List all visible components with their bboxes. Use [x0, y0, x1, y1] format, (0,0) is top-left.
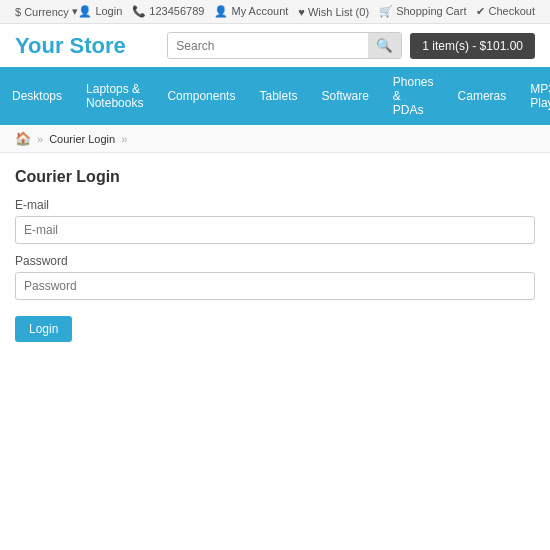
page-title: Courier Login	[15, 168, 535, 186]
top-bar: $ Currency ▾ 👤 Login 📞 123456789 👤 My Ac…	[0, 0, 550, 24]
password-group: Password	[15, 254, 535, 300]
login-link[interactable]: 👤 Login	[78, 5, 122, 18]
cart-icon: 🛒	[379, 5, 396, 17]
nav-item-laptops[interactable]: Laptops & Notebooks	[74, 74, 155, 118]
main-content: Courier Login E-mail Password Login	[0, 153, 550, 403]
breadcrumb-separator-2: »	[121, 133, 127, 145]
top-bar-right: 👤 Login 📞 123456789 👤 My Account ♥ Wish …	[78, 5, 535, 18]
account-icon: 👤	[214, 5, 231, 17]
cart-button[interactable]: 1 item(s) - $101.00	[410, 33, 535, 59]
phone-link[interactable]: 📞 123456789	[132, 5, 204, 18]
checkout-icon: ✔	[476, 5, 488, 17]
nav-item-mp3[interactable]: MP3 Players	[518, 74, 550, 118]
nav-bar: Desktops Laptops & Notebooks Components …	[0, 67, 550, 125]
login-button[interactable]: Login	[15, 316, 72, 342]
nav-item-software[interactable]: Software	[309, 81, 380, 111]
breadcrumb-current: Courier Login	[49, 133, 115, 145]
search-box: 🔍	[167, 32, 402, 59]
nav-item-components[interactable]: Components	[155, 81, 247, 111]
breadcrumb-home-link[interactable]: 🏠	[15, 131, 31, 146]
email-input[interactable]	[15, 216, 535, 244]
search-input[interactable]	[168, 34, 368, 58]
header: Your Store 🔍 1 item(s) - $101.00	[0, 24, 550, 67]
password-label: Password	[15, 254, 535, 268]
heart-icon: ♥	[298, 6, 308, 18]
email-label: E-mail	[15, 198, 535, 212]
top-bar-left: $ Currency ▾	[15, 5, 78, 18]
password-input[interactable]	[15, 272, 535, 300]
nav-item-phones[interactable]: Phones & PDAs	[381, 67, 446, 125]
currency-arrow-icon: ▾	[72, 5, 78, 18]
shopping-cart-link[interactable]: 🛒 Shopping Cart	[379, 5, 466, 18]
search-button[interactable]: 🔍	[368, 33, 401, 58]
checkout-link[interactable]: ✔ Checkout	[476, 5, 535, 18]
email-group: E-mail	[15, 198, 535, 244]
nav-item-tablets[interactable]: Tablets	[247, 81, 309, 111]
home-icon: 🏠	[15, 131, 31, 146]
breadcrumb-separator: »	[37, 133, 43, 145]
currency-label: $ Currency	[15, 6, 69, 18]
my-account-link[interactable]: 👤 My Account	[214, 5, 288, 18]
nav-item-desktops[interactable]: Desktops	[0, 81, 74, 111]
nav-item-cameras[interactable]: Cameras	[446, 81, 519, 111]
header-right: 🔍 1 item(s) - $101.00	[167, 32, 535, 59]
user-icon: 👤	[78, 5, 95, 17]
phone-icon: 📞	[132, 5, 149, 17]
currency-button[interactable]: $ Currency ▾	[15, 5, 78, 18]
wish-list-link[interactable]: ♥ Wish List (0)	[298, 6, 369, 18]
search-icon: 🔍	[376, 38, 393, 53]
breadcrumb: 🏠 » Courier Login »	[0, 125, 550, 153]
store-name-link[interactable]: Your Store	[15, 33, 126, 59]
